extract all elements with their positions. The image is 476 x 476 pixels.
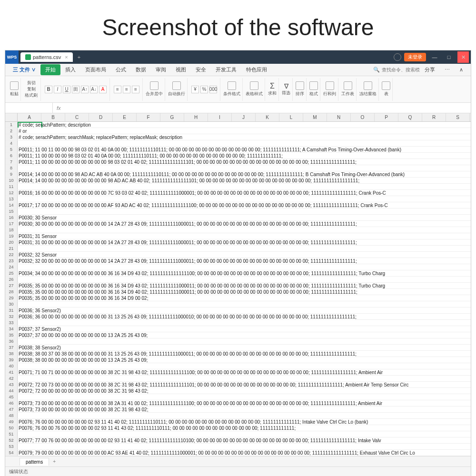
row-number[interactable]: 26 [5, 277, 18, 282]
cell-content[interactable]: P0072; 72 00 73 00 00 00 00 00 00 00 00 … [18, 382, 471, 387]
table-row[interactable]: 5P0011; 11 00 11 00 00 00 98 03 02 01 40… [5, 147, 471, 153]
maximize-icon[interactable]: □ [443, 51, 455, 63]
cell-content[interactable]: P0073; 73 00 00 00 00 00 00 00 00 00 00 … [18, 400, 471, 406]
sort-button[interactable]: 排序 [294, 78, 307, 101]
table-row[interactable]: 32P0036; 36 00 00 00 00 00 00 00 00 00 0… [5, 314, 471, 320]
table-row[interactable]: 9P0014; 14 00 00 00 00 00 98 AD AC AB 40… [5, 171, 471, 178]
select-all-corner[interactable] [5, 113, 18, 121]
cell-content[interactable] [18, 444, 471, 449]
cell-content[interactable] [18, 140, 471, 146]
close-icon[interactable]: ✕ [457, 51, 469, 63]
table-row[interactable]: 21 [5, 246, 471, 252]
table-row[interactable]: 43P0072; 72 00 73 00 00 00 00 00 00 00 0… [5, 382, 471, 388]
row-number[interactable]: 24 [5, 264, 18, 270]
table-row[interactable]: 6P0011; 11 00 00 00 00 98 03 02 01 40 0A… [5, 153, 471, 159]
table-row[interactable]: 41P0071; 71 00 71 00 00 00 00 00 00 00 0… [5, 369, 471, 376]
column-header[interactable]: K [256, 113, 279, 121]
cell-content[interactable] [18, 184, 471, 189]
cell-content[interactable]: P0076; 76 00 00 76 00 00 00 00 00 02 93 … [18, 425, 471, 431]
row-number[interactable]: 13 [5, 196, 18, 202]
table-row[interactable]: 42 [5, 376, 471, 382]
tab-security[interactable]: 安全 [191, 64, 211, 75]
table-row[interactable]: 24 [5, 264, 471, 270]
cell-content[interactable] [18, 277, 471, 282]
font-color-button[interactable]: A [99, 86, 107, 93]
row-number[interactable]: 50 [5, 425, 18, 431]
row-number[interactable]: 53 [5, 444, 18, 449]
tab-devtools[interactable]: 开发工具 [211, 64, 241, 75]
cond-format-button[interactable]: 条件格式 [221, 78, 243, 101]
cell-content[interactable]: P0079; 79 00 00 00 00 00 00 00 00 00 00 … [18, 450, 471, 456]
row-number[interactable]: 4 [5, 140, 18, 146]
table-row[interactable]: 51 [5, 431, 471, 437]
align-center-icon[interactable]: ≡ [123, 86, 130, 93]
cell-content[interactable]: P0011; 11 00 11 00 00 00 98 03 02 01 40 … [18, 147, 471, 152]
table-row[interactable]: 40 [5, 363, 471, 369]
table-row[interactable]: 26 [5, 277, 471, 283]
comma-icon[interactable]: 000 [209, 86, 217, 93]
table-row[interactable]: 7P0011; 11 00 00 00 00 00 00 00 00 00 00… [5, 159, 471, 165]
cell-content[interactable]: P0017; 17 00 00 00 00 00 00 00 00 00 00 … [18, 202, 471, 208]
table-row[interactable]: 50P0076; 76 00 00 76 00 00 00 00 00 02 9… [5, 425, 471, 431]
cell-content[interactable] [18, 413, 471, 418]
format-button[interactable]: 格式 [307, 78, 320, 101]
row-number[interactable]: 10 [5, 178, 18, 183]
cell-content[interactable]: # code; serachPattern; description [18, 122, 471, 128]
row-number[interactable]: 48 [5, 413, 18, 418]
worksheet-button[interactable]: 工作表 [339, 78, 357, 101]
fx-icon[interactable]: fx [53, 105, 65, 111]
sum-button[interactable]: Σ求和 [266, 78, 279, 101]
column-header[interactable]: I [208, 113, 232, 121]
new-tab-button[interactable]: + [73, 54, 85, 60]
table-row[interactable]: 44P0072; 72 00 00 00 00 00 00 00 00 00 0… [5, 388, 471, 394]
column-header[interactable]: L [279, 113, 303, 121]
currency-icon[interactable]: ¥ [191, 86, 199, 93]
name-box[interactable] [5, 103, 53, 113]
cell-content[interactable]: P0030; 30 Sensor [18, 215, 471, 220]
cell-content[interactable]: P0035; 35 00 00 00 00 00 00 00 00 00 00 … [18, 283, 471, 288]
cell-content[interactable] [18, 196, 471, 202]
align-right-icon[interactable]: ≡ [132, 86, 139, 93]
table-row[interactable]: 3# code; serachPattern; searchMask; repl… [5, 134, 471, 140]
row-number[interactable]: 45 [5, 394, 18, 400]
column-header[interactable]: M [303, 113, 327, 121]
row-number[interactable]: 2 [5, 128, 18, 134]
column-header[interactable]: P [375, 113, 398, 121]
table-row[interactable]: 34P0037; 37 Sensor2) [5, 326, 471, 332]
row-number[interactable]: 30 [5, 301, 18, 307]
cell-content[interactable] [18, 376, 471, 381]
column-header[interactable]: O [351, 113, 375, 121]
row-number[interactable]: 46 [5, 400, 18, 406]
row-number[interactable]: 27 [5, 283, 18, 288]
row-number[interactable]: 21 [5, 246, 18, 251]
row-number[interactable]: 39 [5, 357, 18, 363]
cell-content[interactable]: P0030; 30 00 00 00 00 00 00 00 00 00 00 … [18, 221, 471, 227]
tab-insert[interactable]: 插入 [60, 64, 80, 75]
row-number[interactable]: 34 [5, 326, 18, 332]
row-number[interactable]: 47 [5, 407, 18, 412]
cell-content[interactable] [18, 246, 471, 251]
row-number[interactable]: 8 [5, 165, 18, 171]
font-size-up-icon[interactable]: A↑ [81, 86, 89, 93]
font-size-down-icon[interactable]: A↓ [90, 86, 98, 93]
table-row[interactable]: 23P0032; 32 00 00 00 00 00 00 00 00 00 0… [5, 258, 471, 264]
table-row[interactable]: 16P0030; 30 Sensor [5, 215, 471, 221]
tab-page-layout[interactable]: 页面布局 [80, 64, 111, 75]
cell-content[interactable] [18, 227, 471, 233]
row-number[interactable]: 35 [5, 332, 18, 338]
user-icon[interactable] [394, 53, 401, 61]
table-row[interactable]: 48 [5, 413, 471, 419]
cell-content[interactable]: P0011; 11 00 00 00 00 00 00 00 00 00 00 … [18, 159, 471, 165]
row-number[interactable]: 49 [5, 419, 18, 425]
table-row[interactable]: 47P0073; 73 00 00 00 00 00 00 00 00 00 0… [5, 407, 471, 413]
format-painter-button[interactable]: 格式刷 [25, 92, 38, 99]
row-number[interactable]: 31 [5, 307, 18, 313]
cell-content[interactable]: P0035; 35 00 00 00 00 00 00 00 00 00 00 … [18, 289, 471, 295]
row-number[interactable]: 5 [5, 147, 18, 152]
cell-content[interactable]: P0011; 11 00 00 00 00 98 03 02 01 40 0A … [18, 153, 471, 159]
table-row[interactable]: 22P0032; 32 Sensor [5, 252, 471, 258]
table-row[interactable]: 53 [5, 444, 471, 450]
cell-content[interactable]: P0014; 14 00 00 00 00 00 98 AD AC AB 40 … [18, 171, 471, 177]
tab-formula[interactable]: 公式 [111, 64, 131, 75]
table-row[interactable]: 31P0036; 36 Sensor2) [5, 307, 471, 314]
